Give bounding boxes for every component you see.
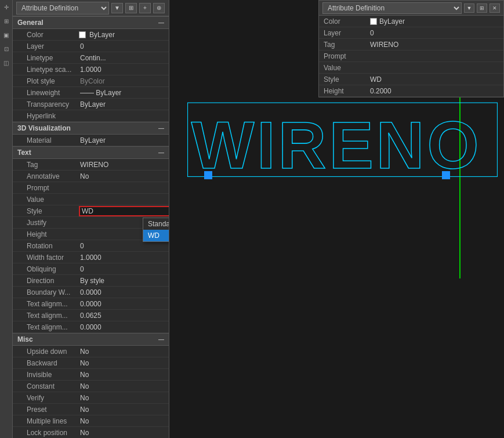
prop-color-value: ByLayer bbox=[88, 31, 166, 39]
dropdown-item-wd[interactable]: WD bbox=[143, 230, 169, 241]
prop-text-align-1: Text alignm... 0.0000 bbox=[13, 298, 169, 310]
prop-text-align-3-value: 0.0000 bbox=[79, 323, 166, 331]
right-panel-btn-dropdown[interactable]: ▼ bbox=[464, 3, 474, 13]
dropdown-item-standard[interactable]: Standard bbox=[143, 218, 169, 230]
prop-linetype-scale-value: 1.0000 bbox=[79, 66, 166, 74]
section-3d-viz[interactable]: 3D Visualization — bbox=[13, 122, 169, 135]
section-3d-viz-label: 3D Visualization bbox=[17, 124, 71, 132]
prop-text-align-1-value: 0.0000 bbox=[79, 300, 166, 308]
right-prop-color-value: ByLayer bbox=[379, 17, 499, 26]
prop-boundary: Boundary W... 0.0000 bbox=[13, 287, 169, 298]
style-input[interactable] bbox=[79, 206, 169, 216]
prop-prompt: Prompt bbox=[13, 182, 169, 194]
section-text[interactable]: Text — bbox=[13, 146, 169, 159]
prop-direction-value: By style bbox=[79, 277, 166, 285]
prop-direction-label: Direction bbox=[15, 277, 79, 285]
prop-constant-value: No bbox=[79, 382, 166, 390]
right-color-swatch bbox=[370, 18, 377, 25]
prop-layer-label: Layer bbox=[15, 42, 79, 50]
prop-annotative-value: No bbox=[79, 172, 166, 180]
section-general[interactable]: General — bbox=[13, 16, 169, 29]
section-misc-label: Misc bbox=[17, 335, 33, 343]
prop-preset: Preset No bbox=[13, 404, 169, 415]
prop-invisible-value: No bbox=[79, 371, 166, 379]
prop-width-factor-value: 1.0000 bbox=[79, 254, 166, 262]
section-misc-collapse: — bbox=[158, 336, 164, 343]
prop-width-factor: Width factor 1.0000 bbox=[13, 252, 169, 263]
prop-upside-down-label: Upside down bbox=[15, 347, 79, 356]
prop-hyperlink: Hyperlink bbox=[13, 110, 169, 122]
right-prop-tag-label: Tag bbox=[324, 41, 370, 49]
properties-list: General — Color ByLayer Layer 0 Linetype… bbox=[13, 16, 169, 438]
section-misc[interactable]: Misc — bbox=[13, 333, 169, 346]
prop-transparency-label: Transparency bbox=[15, 100, 79, 108]
panel-title-select[interactable]: Attribute Definition bbox=[16, 2, 109, 15]
prop-linetype-scale: Linetype sca... 1.0000 bbox=[13, 64, 169, 75]
prop-justify-label: Justify bbox=[15, 219, 79, 227]
right-panel-btn-close[interactable]: ✕ bbox=[490, 3, 500, 13]
style-input-container: ▼ Standard WD bbox=[79, 206, 169, 216]
prop-height-label: Height bbox=[15, 230, 79, 238]
prop-linetype: Linetype Contin... bbox=[13, 52, 169, 64]
prop-multiple-lines-label: Multiple lines bbox=[15, 417, 79, 425]
prop-boundary-value: 0.0000 bbox=[79, 288, 166, 296]
right-prop-style-value: WD bbox=[370, 75, 499, 84]
prop-linetype-label: Linetype bbox=[15, 54, 79, 62]
prop-backward-value: No bbox=[79, 359, 166, 367]
prop-invisible: Invisible No bbox=[13, 369, 169, 381]
canvas-area: WIRENO Attribute Definition ▼ ⊞ ✕ Color … bbox=[169, 0, 504, 438]
prop-transparency-value: ByLayer bbox=[79, 100, 166, 108]
color-swatch bbox=[79, 31, 86, 38]
prop-layer-value: 0 bbox=[79, 42, 166, 50]
right-props-panel: Attribute Definition ▼ ⊞ ✕ Color ByLayer… bbox=[318, 0, 504, 97]
prop-linetype-scale-label: Linetype sca... bbox=[15, 66, 79, 74]
prop-text-align-2: Text alignm... 0.0625 bbox=[13, 310, 169, 321]
section-text-collapse: — bbox=[158, 150, 164, 156]
prop-constant: Constant No bbox=[13, 381, 169, 392]
prop-plot-style: Plot style ByColor bbox=[13, 75, 169, 87]
prop-hyperlink-label: Hyperlink bbox=[15, 112, 79, 120]
prop-obliquing-label: Obliquing bbox=[15, 265, 79, 273]
prop-verify-value: No bbox=[79, 394, 166, 402]
prop-lock-position-label: Lock position bbox=[15, 429, 79, 437]
panel-header-btn-grid[interactable]: ⊞ bbox=[125, 3, 137, 13]
right-panel-btn-grid[interactable]: ⊞ bbox=[477, 3, 487, 13]
prop-material-value: ByLayer bbox=[79, 136, 166, 144]
right-prop-color-label: Color bbox=[324, 17, 370, 26]
toolbar-icon-3[interactable]: ▣ bbox=[2, 30, 11, 39]
prop-material: Material ByLayer bbox=[13, 135, 169, 146]
right-prop-height-value: 0.2000 bbox=[370, 87, 499, 95]
prop-obliquing: Obliquing 0 bbox=[13, 263, 169, 275]
right-prop-height-label: Height bbox=[324, 87, 370, 95]
toolbar-icon-1[interactable]: ✛ bbox=[2, 2, 11, 12]
toolbar-icon-2[interactable]: ⊞ bbox=[2, 16, 11, 26]
right-prop-layer-label: Layer bbox=[324, 29, 370, 37]
panel-header-btn-settings[interactable]: ⊛ bbox=[153, 3, 165, 13]
prop-transparency: Transparency ByLayer bbox=[13, 99, 169, 110]
prop-text-align-3-label: Text alignm... bbox=[15, 323, 79, 331]
right-panel-title-select[interactable]: Attribute Definition bbox=[322, 2, 462, 14]
prop-direction: Direction By style bbox=[13, 275, 169, 287]
right-prop-tag: Tag WIRENO bbox=[319, 39, 503, 50]
right-prop-prompt-label: Prompt bbox=[324, 52, 370, 60]
prop-verify: Verify No bbox=[13, 392, 169, 404]
prop-lock-position-value: No bbox=[79, 429, 166, 437]
prop-preset-value: No bbox=[79, 406, 166, 414]
prop-lineweight-value: —— ByLayer bbox=[79, 89, 166, 97]
toolbar-icon-4[interactable]: ⊡ bbox=[2, 44, 11, 53]
prop-boundary-label: Boundary W... bbox=[15, 288, 79, 296]
toolbar-icon-5[interactable]: ◫ bbox=[2, 58, 11, 67]
right-prop-value: Value bbox=[319, 62, 503, 74]
prop-multiple-lines: Multiple lines No bbox=[13, 415, 169, 427]
panel-header-btn-dropdown[interactable]: ▼ bbox=[111, 3, 123, 13]
prop-material-label: Material bbox=[15, 136, 79, 144]
prop-verify-label: Verify bbox=[15, 394, 79, 402]
panel-header-btn-add[interactable]: + bbox=[139, 3, 151, 13]
right-prop-layer: Layer 0 bbox=[319, 27, 503, 39]
prop-prompt-label: Prompt bbox=[15, 184, 79, 192]
prop-backward-label: Backward bbox=[15, 359, 79, 367]
prop-tag: Tag WIRENO bbox=[13, 159, 169, 171]
section-general-collapse: — bbox=[158, 20, 164, 26]
prop-rotation-value: 0 bbox=[79, 242, 166, 250]
prop-lineweight-label: Lineweight bbox=[15, 89, 79, 97]
